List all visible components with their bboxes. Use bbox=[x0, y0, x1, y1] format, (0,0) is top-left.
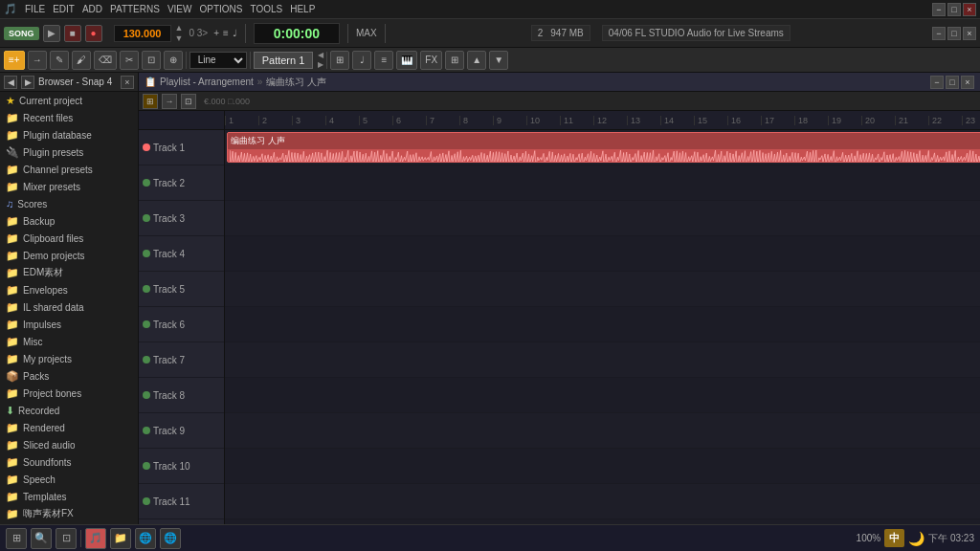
browser-item-13[interactable]: 📁Impulses bbox=[0, 316, 138, 333]
browser-btn[interactable]: 🌐 bbox=[160, 528, 181, 549]
menu-view[interactable]: VIEW bbox=[167, 4, 192, 14]
menu-edit[interactable]: EDIT bbox=[53, 4, 75, 14]
track-content-4[interactable] bbox=[225, 272, 980, 307]
browser-item-3[interactable]: 🔌Plugin presets bbox=[0, 143, 138, 161]
track-content-7[interactable] bbox=[225, 378, 980, 413]
browser-item-23[interactable]: 📁Templates bbox=[0, 488, 138, 505]
bpm-display[interactable]: 130.000 bbox=[114, 25, 171, 42]
maximize-button[interactable]: □ bbox=[947, 3, 961, 16]
browser-item-4[interactable]: 📁Channel presets bbox=[0, 161, 138, 178]
pattern-display[interactable]: Pattern 1 bbox=[254, 52, 314, 69]
close-button[interactable]: × bbox=[963, 3, 976, 16]
volume-down-btn[interactable]: ▼ bbox=[489, 51, 508, 70]
stop-button[interactable]: ■ bbox=[64, 25, 81, 42]
browser-item-0[interactable]: ★Current project bbox=[0, 92, 138, 109]
track-content-8[interactable] bbox=[225, 413, 980, 449]
song-mode-badge[interactable]: SONG bbox=[4, 27, 39, 40]
browser-item-20[interactable]: 📁Sliced audio bbox=[0, 436, 138, 453]
zoom-tool-btn[interactable]: ⊕ bbox=[164, 51, 183, 70]
playlist-tool-btn2[interactable]: → bbox=[162, 94, 177, 109]
browser-item-22[interactable]: 📁Speech bbox=[0, 471, 138, 488]
menu-help[interactable]: HELP bbox=[290, 4, 315, 14]
select-tool-btn[interactable]: ⊡ bbox=[142, 51, 161, 70]
playlist-tool-btn1[interactable]: ⊞ bbox=[143, 94, 158, 109]
main-clip-block[interactable]: 编曲练习 人声 bbox=[227, 132, 980, 163]
start-button[interactable]: ⊞ bbox=[6, 528, 27, 549]
browser-item-icon-13: 📁 bbox=[6, 319, 19, 331]
play-button[interactable]: ▶ bbox=[43, 25, 60, 42]
pattern-prev[interactable]: ◀ bbox=[318, 51, 323, 59]
arrow-tool-btn[interactable]: → bbox=[28, 51, 47, 70]
track-content-5[interactable] bbox=[225, 307, 980, 342]
browser-item-10[interactable]: 📁EDM素材 bbox=[0, 264, 138, 281]
browser-item-18[interactable]: ⬇Recorded bbox=[0, 402, 138, 419]
menu-patterns[interactable]: PATTERNS bbox=[110, 4, 160, 14]
ruler-mark-4: 5 bbox=[359, 116, 392, 125]
snap-select[interactable]: Line Cell Step bbox=[189, 52, 247, 69]
panel-restore[interactable]: □ bbox=[947, 27, 961, 40]
panel-minimize[interactable]: − bbox=[932, 27, 946, 40]
browser-item-1[interactable]: 📁Recent files bbox=[0, 109, 138, 126]
browser-item-14[interactable]: 📁Misc bbox=[0, 333, 138, 350]
slice-tool-btn[interactable]: ✂ bbox=[120, 51, 139, 70]
erase-tool-btn[interactable]: ⌫ bbox=[94, 51, 117, 70]
ruler-mark-2: 3 bbox=[292, 116, 325, 125]
mixer-view-btn[interactable]: ≡ bbox=[374, 51, 393, 70]
track-content-6[interactable] bbox=[225, 342, 980, 378]
browser-item-9[interactable]: 📁Demo projects bbox=[0, 247, 138, 264]
record-button[interactable]: ● bbox=[85, 25, 102, 42]
panel-close[interactable]: × bbox=[963, 27, 976, 40]
metronome-btn[interactable]: ♩ bbox=[352, 51, 371, 70]
fx-chain-btn[interactable]: FX bbox=[420, 51, 442, 70]
browser-item-11[interactable]: 📁Envelopes bbox=[0, 281, 138, 298]
track-content-1[interactable] bbox=[225, 165, 980, 201]
browser-back-btn[interactable]: ◀ bbox=[4, 76, 17, 89]
search-taskbar-btn[interactable]: 🔍 bbox=[31, 528, 52, 549]
menu-file[interactable]: FILE bbox=[25, 4, 45, 14]
browser-item-7[interactable]: 📁Backup bbox=[0, 212, 138, 230]
browser-item-5[interactable]: 📁Mixer presets bbox=[0, 178, 138, 195]
browser-header: ◀ ▶ Browser - Snap 4 × bbox=[0, 73, 138, 92]
channel-rack-btn[interactable]: ⊞ bbox=[445, 51, 464, 70]
playlist-close[interactable]: × bbox=[961, 76, 974, 89]
browser-items-list: ★Current project📁Recent files📁Plugin dat… bbox=[0, 92, 138, 551]
arrange-view-btn[interactable]: ≡+ bbox=[4, 51, 25, 70]
timeline-area[interactable]: 1234567891011121314151617181920212223242… bbox=[225, 111, 980, 551]
minimize-button[interactable]: − bbox=[932, 3, 946, 16]
menu-options[interactable]: OPTIONS bbox=[199, 4, 242, 14]
file-explorer-btn[interactable]: 📁 bbox=[110, 528, 131, 549]
browser-item-2[interactable]: 📁Plugin database bbox=[0, 126, 138, 143]
track-content-3[interactable] bbox=[225, 236, 980, 272]
browser-item-17[interactable]: 📁Project bones bbox=[0, 385, 138, 402]
menu-tools[interactable]: TOOLS bbox=[250, 4, 282, 14]
chrome-btn[interactable]: 🌐 bbox=[135, 528, 156, 549]
paint-tool-btn[interactable]: 🖌 bbox=[72, 51, 91, 70]
track-content-9[interactable] bbox=[225, 449, 980, 484]
pattern-next[interactable]: ▶ bbox=[318, 60, 323, 69]
browser-item-15[interactable]: 📁My projects bbox=[0, 350, 138, 367]
track-content-10[interactable] bbox=[225, 484, 980, 519]
ime-badge[interactable]: 中 bbox=[884, 529, 904, 547]
browser-item-8[interactable]: 📁Clipboard files bbox=[0, 230, 138, 247]
menu-add[interactable]: ADD bbox=[82, 4, 102, 14]
playlist-maximize[interactable]: □ bbox=[946, 76, 959, 89]
browser-item-6[interactable]: ♫Scores bbox=[0, 195, 138, 212]
browser-item-24[interactable]: 📁嗨声素材FX bbox=[0, 505, 138, 522]
fl-studio-taskbar-btn[interactable]: 🎵 bbox=[85, 528, 106, 549]
volume-up-btn[interactable]: ▲ bbox=[467, 51, 486, 70]
browser-item-19[interactable]: 📁Rendered bbox=[0, 419, 138, 436]
draw-tool-btn[interactable]: ✎ bbox=[50, 51, 69, 70]
toolbar-sep1 bbox=[186, 52, 187, 69]
playlist-minimize[interactable]: − bbox=[930, 76, 944, 89]
grid-btn[interactable]: ⊞ bbox=[330, 51, 349, 70]
browser-close-btn[interactable]: × bbox=[121, 76, 134, 89]
task-view-btn[interactable]: ⊡ bbox=[56, 528, 77, 549]
track-content-0[interactable]: 编曲练习 人声 bbox=[225, 130, 980, 165]
browser-item-12[interactable]: 📁IL shared data bbox=[0, 298, 138, 316]
browser-item-16[interactable]: 📦Packs bbox=[0, 367, 138, 385]
browser-item-21[interactable]: 📁Soundfonts bbox=[0, 453, 138, 471]
playlist-tool-btn3[interactable]: ⊡ bbox=[181, 94, 196, 109]
piano-roll-btn[interactable]: 🎹 bbox=[396, 51, 417, 70]
browser-forward-btn[interactable]: ▶ bbox=[21, 76, 34, 89]
track-content-2[interactable] bbox=[225, 201, 980, 236]
